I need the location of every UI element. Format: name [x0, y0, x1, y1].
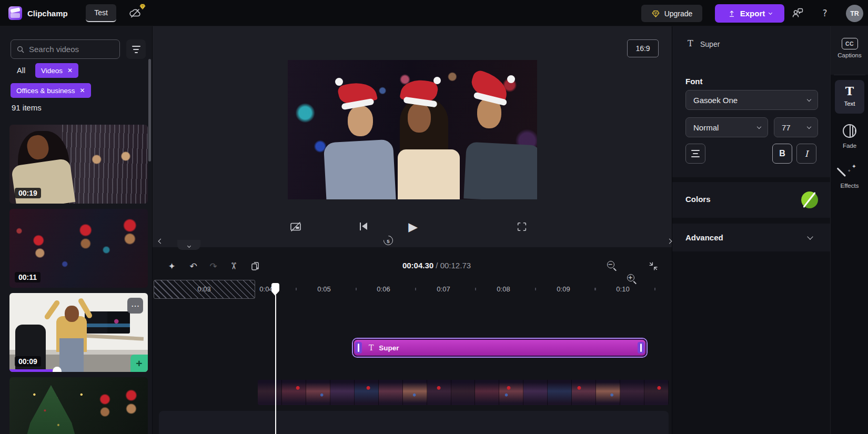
export-button[interactable]: Export: [715, 4, 784, 23]
zoom-out-button[interactable]: −: [605, 259, 619, 272]
duplicate-button[interactable]: [249, 259, 262, 272]
font-family-select[interactable]: Gasoek One: [685, 90, 818, 110]
rail-label: Captions: [831, 52, 868, 58]
filter-chip-videos[interactable]: Videos ✕: [35, 63, 78, 78]
clipchamp-logo-icon[interactable]: [8, 6, 22, 20]
timeline-collapse-left-button[interactable]: [156, 236, 165, 245]
skip-to-start-button[interactable]: [357, 220, 371, 234]
cloud-sync-off-button[interactable]: [125, 5, 145, 22]
advanced-section-label[interactable]: Advanced: [685, 233, 723, 242]
sidebar-scrollbar[interactable]: [148, 59, 151, 162]
clip-trim-handle-right[interactable]: [638, 342, 644, 354]
redo-icon: ↷: [209, 261, 217, 271]
fade-icon: [843, 124, 856, 138]
rewind-5s-button[interactable]: 5: [381, 234, 395, 247]
thumb-art: [44, 299, 60, 320]
close-icon[interactable]: ✕: [67, 67, 73, 74]
text-properties-panel: T Super Font Gasoek One Normal 77 B I Co…: [672, 26, 830, 434]
total-time: 00:12.73: [440, 261, 471, 270]
playhead[interactable]: [271, 283, 279, 434]
font-size-select[interactable]: 77: [774, 117, 818, 137]
undo-button[interactable]: ↶: [187, 259, 200, 272]
editor-center: 16:9: [153, 26, 672, 434]
premium-gem-icon: [139, 3, 146, 12]
rail-item-fade[interactable]: Fade: [831, 124, 868, 149]
search-input[interactable]: [29, 45, 114, 54]
chip-label: Videos: [41, 67, 63, 75]
preview-region: 16:9: [153, 26, 672, 247]
italic-button[interactable]: I: [796, 144, 816, 164]
playhead-line: [275, 295, 276, 434]
panel-collapse-button[interactable]: [665, 236, 673, 245]
filter-button[interactable]: [126, 39, 146, 59]
play-button[interactable]: ▶: [406, 220, 420, 234]
zoom-to-fit-button[interactable]: [647, 259, 660, 272]
clip-trim-handle-left[interactable]: [355, 342, 362, 354]
text-align-button[interactable]: [685, 144, 705, 164]
chevron-down-icon: [187, 244, 190, 248]
text-color-swatch[interactable]: [801, 191, 818, 208]
video-thumbnail-2[interactable]: 00:11: [9, 209, 148, 288]
ruler-minor-ticks: [296, 288, 664, 290]
fit-timeline-icon: [648, 261, 659, 271]
chip-label: Offices & business: [16, 87, 75, 95]
rail-divider: [834, 75, 865, 75]
timeline-track-row[interactable]: [159, 411, 669, 434]
redo-button[interactable]: ↷: [207, 259, 220, 272]
align-center-icon: [691, 150, 700, 151]
filter-all[interactable]: All: [17, 66, 25, 75]
rail-label: Text: [835, 100, 864, 107]
timeline-collapse-tab[interactable]: [177, 240, 200, 250]
rail-label: Fade: [831, 143, 868, 149]
search-icon: [16, 45, 25, 54]
help-button[interactable]: ?: [817, 6, 832, 21]
scrub-handle[interactable]: [53, 367, 62, 372]
aspect-ratio-button[interactable]: 16:9: [627, 39, 659, 57]
font-weight-select[interactable]: Normal: [685, 117, 768, 137]
split-button[interactable]: ✂: [227, 259, 240, 272]
clipchamp-editor: Clipchamp Test Upgrade Export: [0, 0, 868, 434]
timeline-ruler[interactable]: 0:03 0:04 0:05 0:06 0:07 0:08 0:09 0:10: [153, 280, 672, 299]
video-thumbnail-3[interactable]: ⋯ + 00:09: [9, 293, 148, 372]
user-avatar[interactable]: TR: [846, 5, 863, 22]
magic-tools-button[interactable]: ✦: [165, 259, 178, 272]
app-name: Clipchamp: [27, 0, 68, 26]
panel-title: Super: [700, 40, 720, 48]
media-library-sidebar: All Videos ✕ Offices & business ✕ 91 ite…: [0, 26, 153, 434]
feedback-button[interactable]: [789, 6, 806, 21]
video-thumbnail-1[interactable]: 00:19: [9, 125, 148, 204]
fullscreen-icon: [516, 221, 528, 233]
filter-chip-offices-business[interactable]: Offices & business ✕: [11, 83, 91, 98]
upgrade-button[interactable]: Upgrade: [641, 5, 702, 22]
rail-item-captions[interactable]: CC Captions: [831, 26, 868, 75]
rail-item-effects[interactable]: ✦ ✧ Effects: [831, 164, 868, 189]
captions-icon: CC: [842, 38, 858, 49]
export-arrow-icon: [728, 9, 736, 18]
scissors-icon: ✂: [228, 262, 239, 270]
playhead-handle[interactable]: [271, 283, 279, 292]
text-tool-icon: T: [845, 84, 854, 98]
close-icon[interactable]: ✕: [80, 87, 85, 94]
project-name-button[interactable]: Test: [86, 4, 116, 22]
duration-badge: 00:19: [15, 188, 41, 198]
rewind-5-icon: 5: [381, 234, 395, 247]
preview-art: [324, 139, 396, 199]
more-options-icon[interactable]: ⋯: [127, 298, 143, 314]
video-thumbnail-4[interactable]: [9, 377, 148, 434]
film-frame: [572, 380, 596, 405]
film-frame: [403, 380, 427, 405]
rail-item-text[interactable]: T Text: [835, 80, 864, 114]
film-frame: [620, 380, 644, 405]
video-track-strip[interactable]: [258, 380, 669, 405]
timeline-text-clip-super[interactable]: T Super: [353, 339, 647, 357]
preview-overlay-toggle-button[interactable]: [289, 220, 302, 234]
add-to-timeline-button[interactable]: +: [130, 355, 148, 372]
preview-art: [335, 78, 343, 86]
right-tool-rail: CC Captions T Text Fade ✦ ✧ Effects: [830, 26, 868, 434]
bold-button[interactable]: B: [772, 144, 792, 164]
feedback-icon: [791, 7, 804, 19]
video-preview[interactable]: [288, 60, 537, 199]
fullscreen-button[interactable]: [515, 220, 529, 234]
hover-scrub-bar[interactable]: [9, 369, 148, 372]
thumb-art: [59, 338, 84, 372]
